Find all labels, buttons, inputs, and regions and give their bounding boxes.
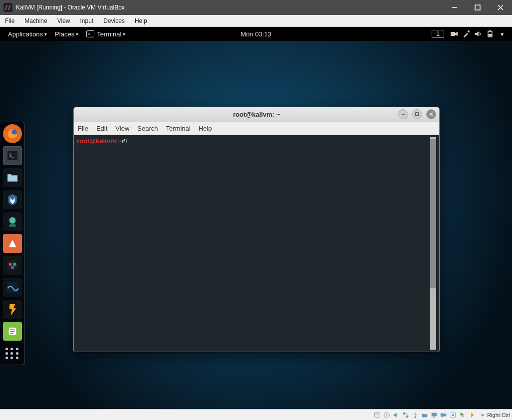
volume-icon[interactable] <box>474 30 482 38</box>
prompt-host: kalivm <box>96 137 116 145</box>
chevron-down-icon: ▾ <box>76 31 78 37</box>
terminal-menu-terminal[interactable]: Terminal <box>166 125 191 132</box>
workspace-indicator[interactable]: 1 <box>432 30 444 38</box>
svg-rect-2 <box>475 5 480 10</box>
places-label: Places <box>55 30 74 38</box>
display-icon[interactable] <box>430 411 438 419</box>
text-cursor-icon: I <box>125 137 127 145</box>
recording-icon[interactable] <box>440 411 448 419</box>
svg-rect-38 <box>452 414 454 416</box>
terminal-output: root@kalivm:~# I <box>77 137 430 350</box>
svg-rect-24 <box>416 113 419 116</box>
svg-rect-31 <box>406 415 408 417</box>
svg-point-16 <box>13 263 16 266</box>
vbox-window-title: KaliVM [Running] - Oracle VM VirtualBox <box>16 4 443 11</box>
clock-text: Mon 03:13 <box>241 30 271 38</box>
chevron-down-icon: ▾ <box>44 31 47 37</box>
cpu-icon[interactable] <box>449 411 457 419</box>
vbox-menu-view[interactable]: View <box>52 15 75 26</box>
vbox-menu-devices[interactable]: Devices <box>98 15 130 26</box>
terminal-menu-help[interactable]: Help <box>199 125 212 132</box>
terminal-menu-view[interactable]: View <box>115 125 129 132</box>
audio-icon[interactable] <box>392 411 400 419</box>
svg-point-17 <box>10 266 14 269</box>
svg-rect-34 <box>432 413 437 416</box>
svg-point-29 <box>386 414 388 416</box>
virtualbox-icon <box>3 2 13 12</box>
video-record-icon[interactable] <box>450 30 458 38</box>
svg-point-6 <box>468 30 470 32</box>
workspace-number: 1 <box>436 30 440 37</box>
battery-icon[interactable] <box>486 30 494 38</box>
dock-files[interactable] <box>3 168 22 187</box>
terminal-close-button[interactable] <box>426 109 436 119</box>
clipboard-icon[interactable] <box>468 411 476 419</box>
guest-desktop: Applications ▾ Places ▾ >_ Terminal ▾ Mo… <box>0 27 512 409</box>
svg-rect-35 <box>433 417 435 418</box>
dock-terminal[interactable]: $_ <box>3 146 22 165</box>
svg-rect-0 <box>3 3 12 12</box>
mouse-integration-icon[interactable] <box>459 411 467 419</box>
dock-show-apps[interactable] <box>3 344 22 363</box>
terminal-scrollbar[interactable] <box>430 137 436 350</box>
optical-icon[interactable] <box>383 411 391 419</box>
vbox-menu-help[interactable]: Help <box>130 15 152 26</box>
svg-rect-30 <box>403 412 405 414</box>
vbox-menu-input[interactable]: Input <box>75 15 99 26</box>
hdd-icon[interactable] <box>373 411 381 419</box>
terminal-minimize-button[interactable] <box>398 109 408 119</box>
dock-armitage[interactable] <box>3 212 22 231</box>
prompt-user: root <box>77 137 89 145</box>
svg-point-15 <box>8 263 12 266</box>
usb-icon[interactable] <box>411 411 419 419</box>
terminal-menu-search[interactable]: Search <box>137 125 158 132</box>
svg-rect-36 <box>441 413 444 417</box>
scrollbar-thumb[interactable] <box>430 139 436 288</box>
svg-text:$_: $_ <box>9 153 14 158</box>
dock-wireshark[interactable] <box>3 278 22 297</box>
close-button[interactable] <box>489 0 512 15</box>
terminal-icon: >_ <box>86 30 94 37</box>
vbox-menubar: File Machine View Input Devices Help <box>0 15 512 27</box>
gnome-topbar: Applications ▾ Places ▾ >_ Terminal ▾ Mo… <box>0 27 512 41</box>
terminal-menu-edit[interactable]: Edit <box>96 125 107 132</box>
dock-burpsuite[interactable] <box>3 234 22 253</box>
svg-rect-9 <box>489 34 492 36</box>
svg-rect-8 <box>489 30 491 31</box>
dock-faraday[interactable] <box>3 300 22 319</box>
terminal-menubar: File Edit View Search Terminal Help <box>74 122 439 135</box>
dock-zenmap[interactable] <box>3 256 22 275</box>
maximize-button[interactable] <box>466 0 489 15</box>
dock-cherrytree[interactable] <box>3 322 22 341</box>
terminal-menu-file[interactable]: File <box>78 125 88 132</box>
terminal-window[interactable]: root@kalivm: ~ File Edit View Search Ter… <box>73 107 440 352</box>
prompt-at: @ <box>89 137 96 145</box>
terminal-body[interactable]: root@kalivm:~# I <box>74 135 439 352</box>
svg-rect-5 <box>451 32 455 36</box>
terminal-maximize-button[interactable] <box>412 109 422 119</box>
vbox-menu-file[interactable]: File <box>0 15 19 26</box>
applications-menu[interactable]: Applications ▾ <box>4 27 51 41</box>
network-icon[interactable] <box>402 411 410 419</box>
terminal-app-menu[interactable]: >_ Terminal ▾ <box>82 27 129 41</box>
dock-firefox[interactable] <box>3 124 22 143</box>
vbox-titlebar[interactable]: KaliVM [Running] - Oracle VM VirtualBox <box>0 0 512 15</box>
terminal-label: Terminal <box>97 30 121 38</box>
dock: $_ <box>0 122 25 365</box>
host-key-label: Right Ctrl <box>487 412 510 418</box>
places-menu[interactable]: Places ▾ <box>51 27 82 41</box>
vbox-menu-machine[interactable]: Machine <box>19 15 52 26</box>
prompt-hash: # <box>122 137 125 145</box>
minimize-button[interactable] <box>443 0 466 15</box>
vbox-statusbar: Right Ctrl <box>0 409 512 420</box>
power-menu-icon[interactable]: ▾ <box>498 30 506 38</box>
color-picker-icon[interactable] <box>462 30 470 38</box>
shared-folders-icon[interactable] <box>421 411 429 419</box>
chevron-down-icon: ▾ <box>123 31 125 37</box>
prompt-path: ~ <box>118 137 122 145</box>
dock-metasploit[interactable] <box>3 190 22 209</box>
host-key-indicator[interactable]: Right Ctrl <box>480 412 510 418</box>
keyboard-arrow-icon <box>480 412 486 418</box>
terminal-title: root@kalivm: ~ <box>233 111 280 118</box>
terminal-titlebar[interactable]: root@kalivm: ~ <box>74 107 439 122</box>
